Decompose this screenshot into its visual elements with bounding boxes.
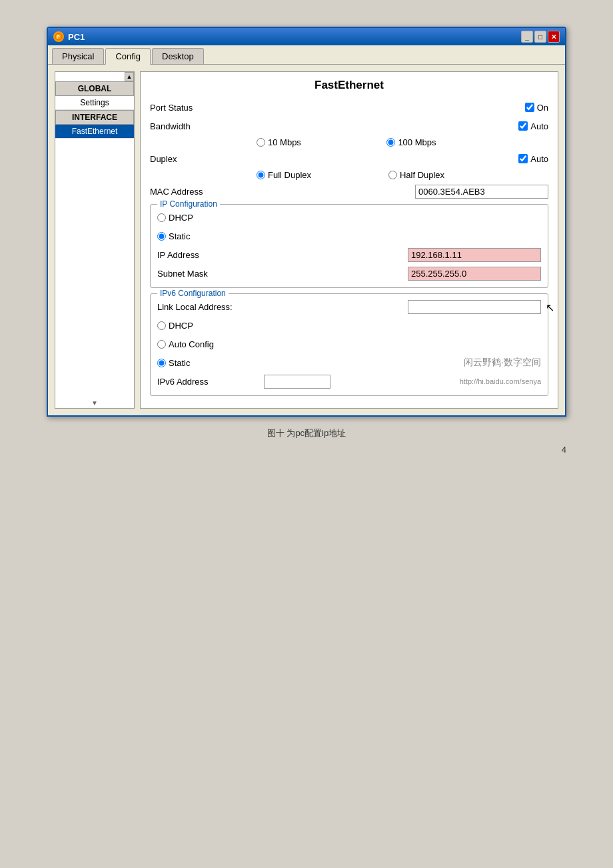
watermark: 闲云野鹤·数字空间 xyxy=(356,357,541,369)
dhcp-label: DHCP xyxy=(169,213,193,223)
window-title: PC1 xyxy=(68,32,85,42)
bandwidth-10mbps-option[interactable]: 10 Mbps xyxy=(257,137,301,147)
ipv6-configuration-group: IPv6 Configuration Link Local Address: ↖… xyxy=(150,293,548,396)
dhcp-row: DHCP xyxy=(157,210,541,225)
sidebar-item-fastethernet[interactable]: FastEthernet xyxy=(55,125,134,139)
ipv6-static-option[interactable]: Static xyxy=(157,358,342,368)
duplex-half-radio[interactable] xyxy=(388,171,397,179)
ipv6-dhcp-radio[interactable] xyxy=(157,321,166,330)
duplex-auto-checkbox-label[interactable]: Auto xyxy=(518,154,548,164)
ipv6-address-input[interactable] xyxy=(264,375,330,389)
ipv6-auto-config-row: Auto Config xyxy=(157,337,541,351)
main-panel: FastEthernet Port Status On Bandwidth xyxy=(140,71,558,409)
static-label: Static xyxy=(169,231,191,241)
duplex-half-option[interactable]: Half Duplex xyxy=(388,170,444,180)
title-bar: P PC1 _ □ ✕ xyxy=(48,28,565,45)
ipv6-auto-config-option[interactable]: Auto Config xyxy=(157,339,214,349)
ipv6-address-row: IPv6 Address http://hi.baidu.com/senya xyxy=(157,374,541,389)
window: P PC1 _ □ ✕ Physical Config Desktop ▲ GL… xyxy=(47,27,566,417)
close-button[interactable]: ✕ xyxy=(548,31,560,43)
dhcp-option[interactable]: DHCP xyxy=(157,213,193,223)
duplex-auto-value: Auto xyxy=(257,154,548,164)
bandwidth-label: Bandwidth xyxy=(150,121,257,131)
sidebar-scroll-area: ▼ xyxy=(55,398,134,408)
cursor-icon: ↖ xyxy=(546,301,554,314)
bandwidth-100mbps-option[interactable]: 100 Mbps xyxy=(386,137,436,147)
mac-address-value xyxy=(257,185,548,199)
ipv6-static-radio[interactable] xyxy=(157,359,166,367)
static-row: Static xyxy=(157,229,541,243)
port-status-on-label: On xyxy=(537,103,548,113)
ip-address-row: IP Address xyxy=(157,247,541,262)
subnet-mask-label: Subnet Mask xyxy=(157,269,264,279)
bandwidth-10mbps-label: 10 Mbps xyxy=(268,137,301,147)
bandwidth-10mbps-radio[interactable] xyxy=(257,138,265,147)
port-status-value: On xyxy=(257,103,548,113)
static-option[interactable]: Static xyxy=(157,231,191,241)
port-status-checkbox-label[interactable]: On xyxy=(525,103,548,113)
bandwidth-auto-checkbox[interactable] xyxy=(518,121,528,131)
tab-config[interactable]: Config xyxy=(105,48,151,65)
ipv6-address-value: http://hi.baidu.com/senya xyxy=(264,375,541,389)
sidebar: ▲ GLOBAL Settings INTERFACE FastEthernet… xyxy=(55,71,135,409)
title-bar-left: P PC1 xyxy=(53,31,85,42)
link-local-input[interactable] xyxy=(408,300,541,314)
sidebar-item-settings[interactable]: Settings xyxy=(55,96,134,110)
static-radio[interactable] xyxy=(157,232,166,241)
link-local-value: ↖ xyxy=(264,300,541,314)
ipv6-auto-config-label: Auto Config xyxy=(169,339,214,349)
port-status-row: Port Status On xyxy=(150,100,548,115)
title-bar-buttons: _ □ ✕ xyxy=(521,31,560,43)
bandwidth-auto-text: Auto xyxy=(530,121,548,131)
tabs-bar: Physical Config Desktop xyxy=(48,45,565,65)
subnet-mask-row: Subnet Mask xyxy=(157,266,541,281)
subnet-mask-input[interactable] xyxy=(408,267,541,281)
maximize-button[interactable]: □ xyxy=(534,31,546,43)
sidebar-scroll-up[interactable]: ▲ xyxy=(125,72,134,81)
duplex-full-radio[interactable] xyxy=(257,171,265,179)
ip-address-value xyxy=(264,248,541,262)
link-local-label: Link Local Address: xyxy=(157,302,264,312)
content-area: ▲ GLOBAL Settings INTERFACE FastEthernet… xyxy=(48,65,565,415)
duplex-full-label: Full Duplex xyxy=(268,170,311,180)
ipv6-dhcp-option[interactable]: DHCP xyxy=(157,321,193,331)
ip-configuration-group: IP Configuration DHCP Static IP Address xyxy=(150,204,548,288)
minimize-button[interactable]: _ xyxy=(521,31,533,43)
ipv6-address-label: IPv6 Address xyxy=(157,377,264,387)
bandwidth-auto-label[interactable]: Auto xyxy=(518,121,548,131)
ipv6-static-row: Static 闲云野鹤·数字空间 xyxy=(157,355,541,370)
svg-text:P: P xyxy=(57,35,60,39)
duplex-half-label: Half Duplex xyxy=(400,170,444,180)
sidebar-header-global[interactable]: GLOBAL xyxy=(55,81,134,96)
mac-address-input[interactable] xyxy=(415,185,548,199)
dhcp-radio[interactable] xyxy=(157,213,166,222)
app-icon: P xyxy=(53,31,64,42)
sidebar-header-interface[interactable]: INTERFACE xyxy=(55,110,134,125)
watermark-url: http://hi.baidu.com/senya xyxy=(460,377,541,385)
subnet-mask-value xyxy=(264,267,541,281)
mac-address-row: MAC Address xyxy=(150,184,548,199)
ipv6-config-title: IPv6 Configuration xyxy=(157,289,229,298)
panel-title: FastEthernet xyxy=(150,79,548,92)
tab-desktop[interactable]: Desktop xyxy=(152,48,204,64)
caption: 图十 为pc配置ip地址 xyxy=(267,427,346,439)
page-number: 4 xyxy=(47,445,566,455)
ipv6-auto-config-radio[interactable] xyxy=(157,340,166,349)
ip-config-title: IP Configuration xyxy=(157,199,220,209)
ipv6-static-label: Static xyxy=(169,358,191,368)
duplex-options-row: Full Duplex Half Duplex xyxy=(150,170,548,180)
ip-address-input[interactable] xyxy=(408,248,541,262)
ipv6-dhcp-row: DHCP xyxy=(157,318,541,333)
duplex-auto-checkbox[interactable] xyxy=(518,154,528,163)
duplex-auto-text: Auto xyxy=(530,154,548,164)
bandwidth-row: Bandwidth Auto xyxy=(150,119,548,133)
duplex-full-option[interactable]: Full Duplex xyxy=(257,170,311,180)
port-status-checkbox[interactable] xyxy=(525,103,534,112)
bandwidth-100mbps-radio[interactable] xyxy=(386,138,395,147)
bandwidth-auto-value: Auto xyxy=(257,121,548,131)
mac-address-label: MAC Address xyxy=(150,187,257,197)
tab-physical[interactable]: Physical xyxy=(52,48,104,64)
bandwidth-options-row: 10 Mbps 100 Mbps xyxy=(150,137,548,147)
duplex-row: Duplex Auto xyxy=(150,151,548,166)
duplex-label: Duplex xyxy=(150,154,257,164)
